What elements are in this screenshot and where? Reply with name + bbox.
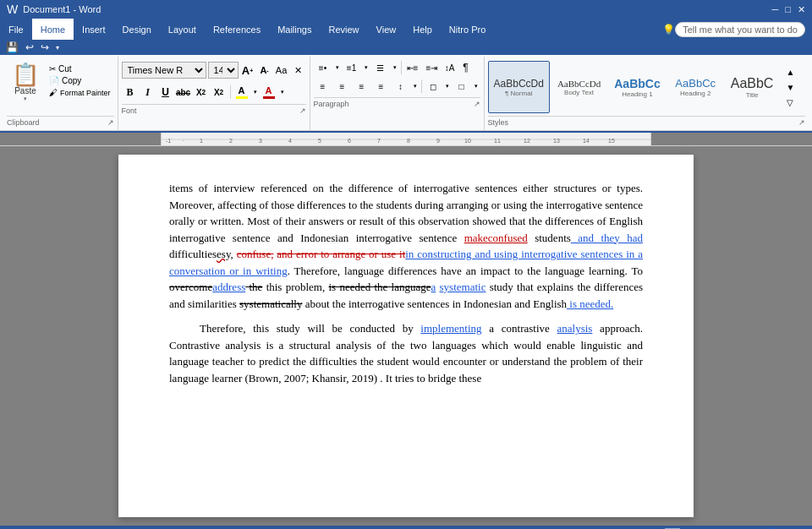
document-page: items of interview referenced on the dif… <box>118 155 694 517</box>
justify-button[interactable]: ≡ <box>372 79 391 94</box>
clipboard-expand-icon[interactable]: ↗ <box>107 118 114 127</box>
align-right-button[interactable]: ≡ <box>353 79 371 94</box>
undo-icon[interactable]: ↩ <box>23 41 36 54</box>
increase-indent-button[interactable]: ≡⇥ <box>423 60 442 75</box>
strikethrough-button[interactable]: abc <box>175 84 192 101</box>
styles-scroll-up[interactable]: ▲ <box>782 65 798 79</box>
link-systematic[interactable]: systematic <box>440 281 486 293</box>
align-center-button[interactable]: ≡ <box>333 79 352 94</box>
style-title-button[interactable]: AaBbC Title <box>725 61 780 113</box>
tell-me-input[interactable]: Tell me what you want to do <box>675 22 805 37</box>
align-left-button[interactable]: ≡ <box>314 79 332 94</box>
font-size-select[interactable]: 14 <box>208 62 239 79</box>
borders-arrow[interactable]: ▾ <box>472 79 480 94</box>
svg-text:15: 15 <box>608 138 615 144</box>
paste-button[interactable]: 📋 Paste ▾ <box>7 60 44 106</box>
menu-nitropro[interactable]: Nitro Pro <box>441 19 494 40</box>
strikethrough-confuse: confuse, <box>237 248 274 260</box>
menu-review[interactable]: Review <box>321 19 368 40</box>
link-isneeded[interactable]: is needed. <box>567 297 613 310</box>
change-case-button[interactable]: Aa <box>274 63 289 78</box>
cut-button[interactable]: ✂ Cut <box>46 63 114 74</box>
styles-more[interactable]: ▽ <box>782 95 798 109</box>
superscript-button[interactable]: X2 <box>211 84 228 101</box>
sort-button[interactable]: ↕A <box>442 60 458 75</box>
styles-expand-icon[interactable]: ↗ <box>798 118 805 127</box>
link-a[interactable]: a <box>431 281 436 293</box>
ruler: -1 · 1 2 3 4 5 6 7 8 9 10 11 12 13 14 15 <box>0 133 812 146</box>
shading-arrow[interactable]: ▾ <box>443 79 452 94</box>
highlight-arrow[interactable]: ▾ <box>251 85 260 100</box>
style-normal-button[interactable]: AaBbCcDd ¶ Normal <box>488 61 550 113</box>
link-implementing[interactable]: implementing <box>420 322 481 335</box>
menu-layout[interactable]: Layout <box>160 19 205 40</box>
clear-format-button[interactable]: ✕ <box>291 63 306 78</box>
multilevel-button[interactable]: ☰ <box>371 60 390 75</box>
style-heading2-button[interactable]: AaBbCc Heading 2 <box>668 61 723 113</box>
format-painter-button[interactable]: 🖌 Format Painter <box>46 87 114 98</box>
style-heading2-preview: AaBbCc <box>675 77 716 90</box>
menu-mailings[interactable]: Mailings <box>269 19 320 40</box>
svg-text:8: 8 <box>407 138 410 144</box>
svg-text:9: 9 <box>436 138 440 144</box>
shading-button[interactable]: ◻ <box>424 79 442 94</box>
numbering-arrow[interactable]: ▾ <box>362 60 370 75</box>
bold-button[interactable]: B <box>122 84 139 101</box>
style-heading1-button[interactable]: AaBbCc Heading 1 <box>608 61 666 113</box>
multilevel-arrow[interactable]: ▾ <box>391 60 399 75</box>
menu-design[interactable]: Design <box>114 19 160 40</box>
link-and-they-had[interactable]: and they had <box>571 232 643 244</box>
font-color-arrow[interactable]: ▾ <box>278 85 287 100</box>
tell-me-label: Tell me what you want to do <box>683 25 798 35</box>
more-icon[interactable]: ▾ <box>53 43 62 52</box>
font-color-button[interactable]: A <box>261 84 277 101</box>
menu-view[interactable]: View <box>368 19 405 40</box>
paragraph-1: items of interview referenced on the dif… <box>169 180 643 312</box>
copy-button[interactable]: 📄 Copy <box>46 75 114 86</box>
style-bodytext-button[interactable]: AaBbCcDd Body Text <box>551 61 606 113</box>
styles-label: Styles ↗ <box>488 116 805 128</box>
menu-home[interactable]: Home <box>32 19 74 40</box>
menu-references[interactable]: References <box>205 19 269 40</box>
bullets-button[interactable]: ≡• <box>314 60 332 75</box>
maximize-btn[interactable]: □ <box>785 4 791 15</box>
spellcheck-word-1: makeconfused <box>464 232 528 244</box>
redo-icon[interactable]: ↪ <box>38 41 52 54</box>
minimize-btn[interactable]: ─ <box>772 4 779 15</box>
font-family-select[interactable]: Times New R <box>122 62 206 79</box>
subscript-button[interactable]: X2 <box>193 84 210 101</box>
svg-text:13: 13 <box>553 138 560 144</box>
close-btn[interactable]: ✕ <box>798 4 805 15</box>
show-marks-button[interactable]: ¶ <box>458 60 474 75</box>
text-highlight-button[interactable]: A <box>233 84 250 101</box>
style-title-preview: AaBbC <box>731 76 774 91</box>
menu-insert[interactable]: Insert <box>74 19 114 40</box>
strikethrough-the: the <box>245 281 262 293</box>
italic-button[interactable]: I <box>140 84 156 101</box>
bullets-arrow[interactable]: ▾ <box>333 60 342 75</box>
line-spacing-button[interactable]: ↕ <box>392 79 410 94</box>
title-bar: W Document1 - Word ─ □ ✕ <box>0 0 812 19</box>
line-spacing-arrow[interactable]: ▾ <box>411 79 420 94</box>
menu-file[interactable]: File <box>0 19 32 40</box>
menu-help[interactable]: Help <box>404 19 441 40</box>
style-bodytext-label: Body Text <box>564 89 594 96</box>
numbering-button[interactable]: ≡1 <box>343 60 361 75</box>
font-shrink-button[interactable]: A- <box>257 63 272 78</box>
link-address[interactable]: address <box>212 281 245 293</box>
styles-group: AaBbCcDd ¶ Normal AaBbCcDd Body Text AaB… <box>485 57 809 130</box>
save-icon[interactable]: 💾 <box>3 41 21 54</box>
decrease-indent-button[interactable]: ⇤≡ <box>403 60 422 75</box>
underline-button[interactable]: U <box>157 84 174 101</box>
font-grow-button[interactable]: A+ <box>240 63 255 78</box>
font-expand-icon[interactable]: ↗ <box>299 106 306 115</box>
paragraph-expand-icon[interactable]: ↗ <box>474 100 480 108</box>
link-analysis[interactable]: analysis <box>557 322 593 335</box>
status-bar: Page 4 of 11 2,847 words English (United… <box>0 526 812 529</box>
styles-scroll-down[interactable]: ▼ <box>782 80 798 94</box>
clipboard-group: 📋 Paste ▾ ✂ Cut 📄 Copy 🖌 Format <box>3 57 118 130</box>
svg-text:6: 6 <box>348 138 351 144</box>
borders-button[interactable]: □ <box>453 79 471 94</box>
font-group: Times New R 14 A+ A- Aa ✕ B I U abc X2 <box>118 57 310 130</box>
style-bodytext-preview: AaBbCcDd <box>557 79 601 89</box>
